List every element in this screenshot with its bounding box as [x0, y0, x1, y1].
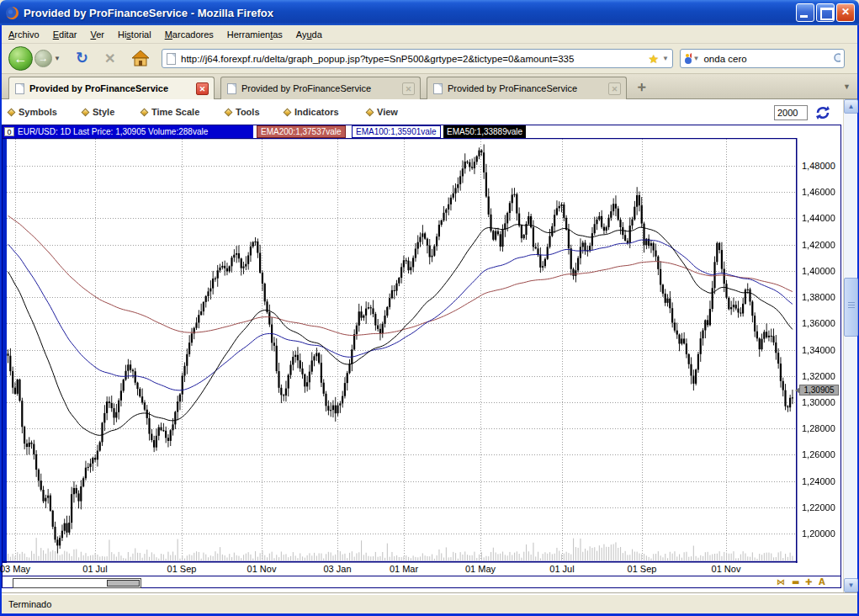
browser-vscrollbar[interactable]: ▲ ▼ — [843, 99, 857, 593]
menu-symbols[interactable]: Symbols — [8, 107, 57, 117]
x-tick-label: 01 Sep — [623, 564, 661, 574]
nav-toolbar: ← → ▼ ↻ ✕ ★ ▼ ▼ — [2, 44, 857, 74]
tab-1[interactable]: Provided by ProFinanceService ✕ — [8, 77, 215, 99]
y-tick-label: 1,48000 — [802, 161, 835, 171]
forward-button[interactable]: → — [34, 50, 52, 67]
menu-time-scale[interactable]: Time Scale — [141, 107, 199, 117]
chart-component: 0 EUR/USD: 1D Last Price: 1,30905 Volume… — [2, 125, 841, 588]
zoom-out-icon[interactable]: ▬ — [792, 577, 799, 587]
symbol-info: EUR/USD: 1D Last Price: 1,30905 Volume:2… — [18, 127, 208, 136]
bookmark-star-icon[interactable]: ★ — [649, 52, 660, 66]
page-icon — [15, 83, 24, 94]
menu-bar: ArchivoEditarVerHistorialMarcadoresHerra… — [2, 25, 857, 44]
page-icon — [227, 83, 236, 94]
zoom-in-icon[interactable]: ✚ — [805, 577, 812, 587]
refresh-icon[interactable] — [814, 104, 831, 121]
url-input[interactable] — [181, 54, 649, 64]
tab-close-icon[interactable]: ✕ — [608, 82, 621, 95]
y-tick-label: 1,30000 — [802, 397, 835, 407]
menu-archivo[interactable]: Archivo — [2, 27, 46, 42]
y-tick-label: 1,34000 — [802, 345, 835, 355]
search-box[interactable]: ▼ — [680, 49, 845, 68]
page-icon — [433, 83, 443, 94]
tab-label: Provided by ProFinanceService — [29, 83, 191, 93]
x-tick-label: 01 Nov — [242, 564, 281, 574]
forward-history-caret-icon[interactable]: ▼ — [54, 55, 61, 62]
menu-marcadores[interactable]: Marcadores — [158, 27, 220, 42]
title-bar: Provided by ProFinanceService - Mozilla … — [0, 0, 859, 25]
menu-historial[interactable]: Historial — [111, 27, 158, 42]
chart-hscrollbar[interactable] — [13, 578, 141, 588]
x-tick-label: 01 Jul — [76, 564, 114, 574]
x-tick-label: 01 Sep — [162, 564, 201, 574]
maximize-button[interactable] — [816, 3, 835, 22]
home-button[interactable] — [131, 50, 150, 66]
vscrollbar-thumb[interactable] — [844, 278, 858, 337]
ema50-legend: EMA50:1,33889vale — [443, 125, 526, 138]
auto-scale-icon[interactable]: A — [819, 577, 825, 587]
y-tick-label: 1,44000 — [802, 213, 835, 223]
ema100-legend: EMA100:1,35901vale — [352, 125, 441, 138]
x-tick-label: 01 May — [461, 564, 500, 574]
x-tick-label: 01 Jul — [543, 564, 581, 574]
diamond-icon — [8, 108, 16, 116]
chart-type-icon[interactable]: 0 — [4, 127, 14, 136]
chart-toolbar: Symbols Style Time Scale Tools Indicator… — [2, 101, 843, 125]
url-dropdown-icon[interactable]: ▼ — [662, 55, 669, 62]
tab-close-icon[interactable]: ✕ — [196, 82, 209, 95]
tab-label: Provided by ProFinanceService — [448, 83, 603, 93]
x-tick-label: 03 May — [0, 564, 34, 574]
tab-close-icon[interactable]: ✕ — [402, 82, 415, 95]
diamond-icon — [366, 108, 374, 116]
y-tick-label: 1,36000 — [802, 318, 835, 328]
diamond-icon — [225, 108, 233, 116]
y-tick-label: 1,22000 — [802, 502, 835, 512]
scroll-up-icon[interactable]: ▲ — [844, 99, 858, 114]
close-button[interactable] — [836, 3, 855, 22]
menu-editar[interactable]: Editar — [46, 27, 84, 42]
x-tick-label: 03 Jan — [318, 564, 357, 574]
bars-amount-input[interactable] — [774, 105, 808, 120]
menu-tools[interactable]: Tools — [225, 107, 260, 117]
menu-indicators[interactable]: Indicators — [284, 107, 339, 117]
price-chart[interactable] — [3, 138, 798, 563]
axis-separator — [3, 576, 840, 576]
search-magnifier-icon[interactable] — [833, 52, 840, 66]
y-tick-label: 1,40000 — [802, 266, 835, 276]
fit-zoom-icon[interactable]: ⋈ — [777, 577, 785, 587]
y-tick-label: 1,28000 — [802, 423, 835, 433]
y-tick-label: 1,46000 — [802, 187, 835, 197]
tab-3[interactable]: Provided by ProFinanceService ✕ — [427, 77, 627, 99]
menu-ver[interactable]: Ver — [83, 27, 111, 42]
firefox-icon — [5, 6, 19, 20]
tab-bar: Provided by ProFinanceService ✕ Provided… — [2, 74, 857, 99]
tab-2[interactable]: Provided by ProFinanceService ✕ — [220, 77, 421, 99]
google-icon[interactable] — [684, 52, 692, 66]
diamond-icon — [284, 108, 292, 116]
minimize-button[interactable] — [796, 3, 814, 22]
y-tick-label: 1,42000 — [802, 240, 835, 250]
list-all-tabs-icon[interactable]: ▼ — [843, 82, 851, 91]
menu-herramientas[interactable]: Herramientas — [220, 27, 289, 42]
search-engine-dropdown-icon[interactable]: ▼ — [693, 55, 700, 62]
diamond-icon — [141, 108, 149, 116]
x-axis: 03 May01 Jul01 Sep01 Nov03 Jan01 Mar01 M… — [3, 564, 798, 576]
menu-ayuda[interactable]: Ayuda — [289, 27, 329, 42]
x-tick-label: 01 Nov — [707, 564, 745, 574]
new-tab-button[interactable]: ✛ — [634, 81, 650, 96]
chart-hscrollbar-thumb[interactable] — [107, 580, 140, 587]
window-title: Provided by ProFinanceService - Mozilla … — [24, 7, 273, 19]
url-bar[interactable]: ★ ▼ — [162, 49, 673, 68]
reload-button[interactable]: ↻ — [76, 49, 88, 66]
y-axis: 1,30905 1,480001,460001,440001,420001,40… — [798, 138, 840, 563]
menu-view[interactable]: View — [367, 107, 398, 117]
y-tick-label: 1,38000 — [802, 292, 835, 302]
back-button[interactable]: ← — [8, 46, 33, 71]
scroll-down-icon[interactable]: ▼ — [844, 578, 858, 592]
stop-button[interactable]: ✕ — [104, 50, 115, 66]
status-text: Terminado — [8, 599, 51, 609]
last-price-tag: 1,30905 — [799, 385, 839, 396]
menu-style[interactable]: Style — [82, 107, 114, 117]
status-bar: Terminado — [2, 593, 857, 613]
search-input[interactable] — [703, 54, 833, 64]
